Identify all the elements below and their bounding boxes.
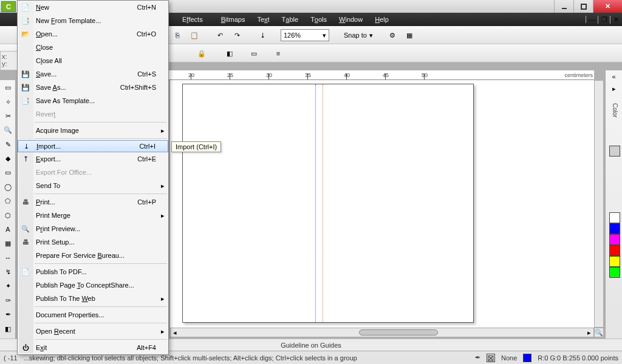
menuitem-label: Open Recent [36,328,75,335]
doc-restore-icon[interactable]: ❐ [598,16,610,24]
menuitem-publish-page-to-conceptshare[interactable]: Publish Page To ConceptShare... [18,278,168,292]
outline-color-swatch[interactable] [523,354,531,362]
shortcut: Ctrl+Shift+S [120,84,156,91]
doc-minimize-icon[interactable]: — [586,16,598,23]
swatch-green[interactable] [609,267,620,278]
submenu-arrow-icon: ▸ [161,295,165,303]
guideline-2[interactable] [323,84,323,322]
menuitem-save[interactable]: 💾Save...Ctrl+S [18,67,168,81]
undo-icon[interactable]: ↶ [213,28,227,42]
rectangle-tool-icon[interactable]: ▭ [1,166,15,179]
submenu-arrow-icon: ▸ [161,212,165,220]
swatch-blue[interactable] [609,223,620,234]
menuitem-print-preview[interactable]: 🔍Print Preview... [18,222,168,235]
menuitem-new-from-template[interactable]: 📑New From Template... [18,14,168,27]
eyedropper-tool-icon[interactable]: ✑ [1,294,15,307]
presets-icon[interactable]: ◧ [222,46,237,61]
menu-effects[interactable]: Effects [170,13,215,26]
menuitem-open-recent[interactable]: Open Recent▸ [18,325,168,338]
menuitem-print-merge[interactable]: Print Merge▸ [18,209,168,222]
options-icon[interactable]: ⚙ [385,28,400,42]
copy-icon[interactable]: ⎘ [170,28,185,42]
zoom-tool-icon[interactable]: 🔍 [1,124,15,136]
menuitem-label: Import... [36,143,61,150]
menuitem-export[interactable]: ⤒Export...Ctrl+E [18,152,168,166]
dimension-tool-icon[interactable]: ↔ [1,252,15,265]
text-tool-icon[interactable]: A [1,223,15,236]
menuitem-label: Print Merge [36,212,70,219]
menuitem-publish-to-pdf[interactable]: 📄Publish To PDF... [18,265,168,278]
menu-table[interactable]: Table [276,13,305,26]
menuitem-new[interactable]: 📄NewCtrl+N [18,1,168,14]
menu-window[interactable]: Window [333,13,369,26]
app-icon[interactable]: C [1,1,16,12]
minimize-button[interactable] [554,0,573,13]
menuitem-label: Publish Page To ConceptShare... [36,281,134,289]
interactive-tool-icon[interactable]: ✦ [1,280,15,292]
template-icon: 📑 [20,95,31,106]
menuitem-print[interactable]: 🖶Print...Ctrl+P [18,195,168,209]
menuitem-close[interactable]: Close [18,41,168,54]
menuitem-exit[interactable]: ⏻ExitAlt+F4 [18,341,168,354]
crop-tool-icon[interactable]: ✂ [1,110,15,123]
menuitem-publish-to-the-web[interactable]: Publish To The Web▸ [18,292,168,305]
menu-bitmaps[interactable]: Bitmaps [215,13,251,26]
menuitem-open[interactable]: 📂Open...Ctrl+O [18,27,168,41]
table-tool-icon[interactable]: ▦ [1,237,15,250]
snapto-dropdown[interactable]: ▾ [369,32,373,39]
smart-fill-icon[interactable]: ◆ [1,152,15,165]
polygon-tool-icon[interactable]: ⬠ [1,195,15,207]
shape-tool-icon[interactable]: ✧ [1,95,15,108]
swatch-magenta[interactable] [609,234,620,245]
ellipse-tool-icon[interactable]: ◯ [1,181,15,194]
shortcut: Ctrl+O [137,30,156,38]
lock-icon[interactable]: 🔒 [194,46,209,61]
menuitem-label: Export... [36,155,61,163]
outline-pen-icon[interactable]: ✒ [475,354,480,362]
zoom-fit-icon[interactable]: 🔍 [594,328,604,337]
basic-shapes-icon[interactable]: ⬡ [1,209,15,221]
saveas-icon: 💾 [20,82,31,93]
swatch-yellow[interactable] [609,256,620,267]
menuitem-close-all[interactable]: Close All [18,54,168,67]
canvas[interactable] [170,80,594,328]
toolbox: ▭ ✧ ✂ 🔍 ✎ ◆ ▭ ◯ ⬠ ⬡ A ▦ ↔ ↯ ✦ ✑ ✒ ◧ ◨ [0,80,16,351]
vertical-scrollbar[interactable] [594,80,604,328]
menuitem-document-properties[interactable]: Document Properties... [18,308,168,322]
play-icon[interactable]: ▸ [606,83,622,95]
menu-text[interactable]: Text [251,13,275,26]
menu-tools[interactable]: Tools [304,13,333,26]
menuitem-import[interactable]: ⤓Import...Ctrl+I [18,140,168,152]
menu-help[interactable]: Help [369,13,395,26]
align-icon[interactable]: ≡ [271,46,285,61]
menuitem-save-as-template[interactable]: 📑Save As Template... [18,94,168,107]
menuitem-acquire-image[interactable]: Acquire Image▸ [18,124,168,137]
page-frame-icon[interactable]: ▭ [247,46,261,61]
doc-close-icon[interactable]: ✕ [610,16,622,24]
no-color-swatch[interactable] [609,146,620,157]
outline-tool-icon[interactable]: ✒ [1,308,15,321]
paste-icon[interactable]: 📋 [187,28,202,42]
menuitem-send-to[interactable]: Send To▸ [18,179,168,192]
menuitem-label: Print Setup... [36,238,75,246]
fill-tool-icon[interactable]: ◧ [1,322,15,335]
swatch-red[interactable] [609,245,620,256]
launch-icon[interactable]: ▦ [402,28,417,42]
guideline-1[interactable] [315,84,316,322]
import-icon[interactable]: ⤓ [255,28,270,42]
maximize-button[interactable] [573,0,593,13]
no-fill-icon[interactable]: ⊠ [487,354,495,362]
menuitem-save-as[interactable]: 💾Save As...Ctrl+Shift+S [18,81,168,94]
cursor-status: ( -11 [4,354,18,362]
connector-tool-icon[interactable]: ↯ [1,266,15,278]
horizontal-scrollbar[interactable]: ◂ ▸ [170,328,594,337]
freehand-tool-icon[interactable]: ✎ [1,138,15,151]
pick-tool-icon[interactable]: ▭ [1,81,15,94]
redo-icon[interactable]: ↷ [230,28,244,42]
menuitem-print-setup[interactable]: 🖶Print Setup... [18,235,168,249]
swatch-white[interactable] [609,212,620,223]
close-button[interactable]: ✕ [593,0,622,13]
zoom-input[interactable]: 126%▾ [281,29,329,41]
menuitem-prepare-for-service-bureau[interactable]: Prepare For Service Bureau... [18,249,168,262]
expand-flyout-icon[interactable]: « [606,70,622,83]
